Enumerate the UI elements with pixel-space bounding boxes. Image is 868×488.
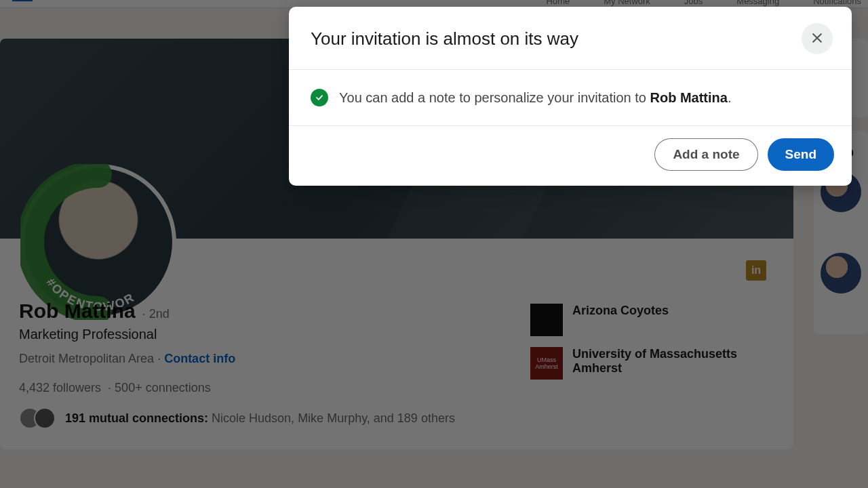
send-button[interactable]: Send <box>768 138 834 171</box>
modal-body-prefix: You can add a note to personalize your i… <box>339 90 650 105</box>
modal-header: Your invitation is almost on its way <box>289 7 852 70</box>
modal-body-suffix: . <box>728 90 732 105</box>
modal-title: Your invitation is almost on its way <box>311 28 578 49</box>
close-icon <box>810 31 824 47</box>
modal-message: You can add a note to personalize your i… <box>339 90 731 106</box>
modal-footer: Add a note Send <box>289 126 852 186</box>
modal-body: You can add a note to personalize your i… <box>289 70 852 126</box>
check-icon <box>311 89 328 106</box>
modal-body-name: Rob Mattina <box>650 90 727 105</box>
close-button[interactable] <box>802 23 833 54</box>
invitation-modal: Your invitation is almost on its way You… <box>289 7 852 186</box>
add-note-button[interactable]: Add a note <box>654 138 757 171</box>
